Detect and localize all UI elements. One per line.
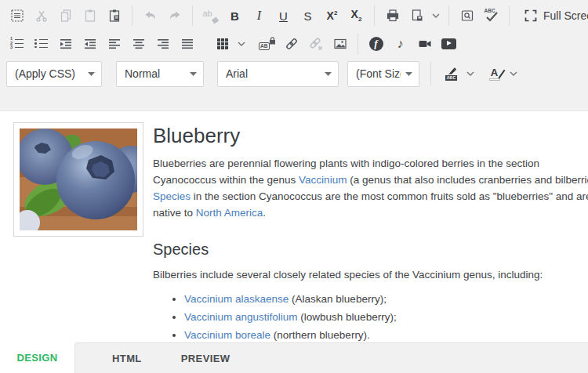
vaccinium-angustifolium-link[interactable]: Vaccinium angustifolium bbox=[184, 311, 298, 323]
font-family-value: Arial bbox=[226, 67, 320, 80]
audio-note-icon: ♪ bbox=[397, 38, 404, 50]
chevron-down-icon bbox=[432, 13, 440, 18]
species-heading: Species bbox=[153, 241, 588, 259]
indent-button[interactable] bbox=[53, 33, 78, 55]
paragraph-line: Species in the section Cyanococcus are t… bbox=[153, 188, 588, 205]
select-all-button[interactable] bbox=[5, 5, 29, 27]
cut-button[interactable] bbox=[29, 5, 53, 27]
highlight-color-button[interactable]: ABC bbox=[439, 63, 463, 85]
paragraph-line: Blueberries are perennial flowering plan… bbox=[153, 155, 588, 172]
highlight-color-dropdown-button[interactable] bbox=[463, 63, 477, 85]
toolbar-row-3: (Apply CSS) Normal Arial (Font Size) bbox=[0, 57, 588, 90]
separator bbox=[132, 5, 132, 26]
chevron-down-icon bbox=[238, 42, 245, 46]
species-link[interactable]: Species bbox=[153, 190, 191, 202]
font-color-button[interactable]: A bbox=[482, 63, 506, 85]
toolbar-row-2: 1 2 3 bbox=[0, 30, 588, 57]
insert-image-button[interactable] bbox=[328, 33, 352, 55]
align-left-button[interactable] bbox=[102, 33, 126, 55]
align-right-button[interactable] bbox=[151, 33, 175, 55]
justify-button[interactable] bbox=[175, 33, 199, 55]
editor-toolbar: ab B I U S X2 X2 bbox=[0, 0, 588, 111]
tab-preview[interactable]: PREVIEW bbox=[181, 353, 230, 364]
undo-button[interactable] bbox=[138, 5, 162, 27]
insert-flash-button[interactable]: f bbox=[364, 33, 388, 55]
align-center-button[interactable] bbox=[126, 33, 151, 55]
separator bbox=[448, 5, 449, 26]
insert-link-button[interactable] bbox=[279, 33, 303, 55]
vaccinium-boreale-link[interactable]: Vaccinium boreale bbox=[184, 329, 270, 341]
italic-button[interactable]: I bbox=[247, 5, 271, 27]
tabstrip-inactive-area: HTML PREVIEW bbox=[74, 342, 588, 373]
unordered-list-icon bbox=[34, 39, 48, 49]
export-dropdown-button[interactable] bbox=[429, 5, 443, 27]
article-image[interactable] bbox=[13, 122, 143, 237]
paste-from-word-button[interactable] bbox=[102, 5, 126, 27]
font-size-dropdown[interactable]: (Font Size) bbox=[347, 61, 419, 87]
bold-label: B bbox=[230, 10, 239, 22]
outdent-button[interactable] bbox=[78, 33, 102, 55]
vaccinium-link[interactable]: Vaccinium bbox=[299, 174, 347, 186]
insert-table-button[interactable] bbox=[210, 33, 234, 55]
print-button[interactable] bbox=[380, 5, 405, 27]
species-list: Vaccinium alaskaense (Alaskan blueberry)… bbox=[153, 290, 588, 342]
preview-button[interactable] bbox=[455, 5, 479, 27]
separator bbox=[192, 5, 193, 26]
chevron-down-icon bbox=[510, 71, 517, 76]
remove-link-button[interactable] bbox=[303, 33, 328, 55]
ordered-list-button[interactable]: 1 2 3 bbox=[5, 33, 29, 55]
paragraph-style-dropdown[interactable]: Normal bbox=[116, 61, 204, 87]
dropdown-caret-icon bbox=[190, 72, 197, 76]
indent-icon bbox=[58, 36, 74, 52]
north-america-link[interactable]: North America bbox=[196, 207, 263, 219]
table-dropdown-button[interactable] bbox=[234, 33, 249, 55]
separator bbox=[509, 5, 510, 26]
vaccinium-alaskaense-link[interactable]: Vaccinium alaskaense bbox=[184, 293, 289, 305]
dropdown-caret-icon bbox=[88, 72, 95, 76]
highlight-color-icon: ABC bbox=[445, 67, 457, 81]
font-color-dropdown-button[interactable] bbox=[506, 63, 521, 85]
superscript-button[interactable]: X2 bbox=[320, 5, 344, 27]
toolbar-row-1: ab B I U S X2 X2 bbox=[0, 2, 588, 30]
underline-button[interactable]: U bbox=[271, 5, 296, 27]
font-family-dropdown[interactable]: Arial bbox=[217, 61, 339, 87]
font-color-icon: A bbox=[489, 67, 500, 81]
paste-button[interactable] bbox=[78, 5, 102, 27]
spellcheck-button[interactable]: ABC bbox=[479, 5, 503, 27]
align-center-icon bbox=[131, 36, 147, 52]
article-title: Blueberry bbox=[153, 123, 588, 148]
view-tabstrip: DESIGN HTML PREVIEW bbox=[0, 342, 588, 373]
anchor-button[interactable]: AB bbox=[255, 33, 279, 55]
article-text: Blueberry Blueberries are perennial flow… bbox=[153, 122, 588, 342]
link-icon bbox=[284, 36, 299, 52]
paste-icon bbox=[82, 8, 98, 24]
copy-button[interactable] bbox=[53, 5, 78, 27]
preview-icon bbox=[459, 8, 475, 24]
align-left-icon bbox=[107, 36, 122, 52]
insert-audio-button[interactable]: ♪ bbox=[388, 33, 412, 55]
full-screen-mode-button[interactable]: Full Screen Mode bbox=[518, 6, 588, 25]
strip-formatting-button[interactable]: ab bbox=[198, 5, 223, 27]
flash-icon: f bbox=[369, 37, 383, 51]
unordered-list-button[interactable] bbox=[29, 33, 53, 55]
tab-design[interactable]: DESIGN bbox=[0, 342, 74, 373]
undo-icon bbox=[143, 8, 158, 24]
redo-button[interactable] bbox=[162, 5, 187, 27]
separator bbox=[430, 62, 431, 85]
copy-icon bbox=[58, 8, 74, 24]
subscript-button[interactable]: X2 bbox=[344, 5, 368, 27]
full-screen-label: Full Screen Mode bbox=[543, 9, 588, 22]
strikethrough-button[interactable]: S bbox=[296, 5, 320, 27]
tab-html[interactable]: HTML bbox=[112, 353, 142, 364]
insert-video-button[interactable] bbox=[412, 33, 437, 55]
dropdown-caret-icon bbox=[405, 72, 412, 76]
paragraph-style-value: Normal bbox=[125, 67, 185, 80]
editor-canvas[interactable]: Blueberry Blueberries are perennial flow… bbox=[0, 111, 588, 342]
bold-button[interactable]: B bbox=[223, 5, 247, 27]
export-button[interactable] bbox=[405, 5, 429, 27]
insert-youtube-button[interactable] bbox=[437, 33, 461, 55]
video-camera-icon bbox=[417, 36, 433, 52]
apply-css-value: (Apply CSS) bbox=[15, 67, 83, 80]
italic-label: I bbox=[257, 9, 261, 22]
apply-css-dropdown[interactable]: (Apply CSS) bbox=[6, 61, 102, 87]
